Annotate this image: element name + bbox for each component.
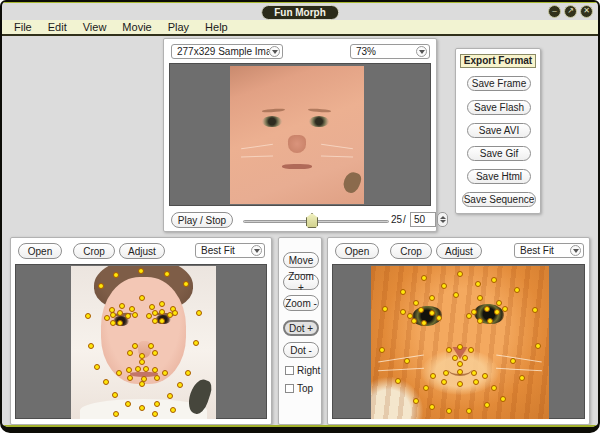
chevron-down-icon[interactable] (251, 245, 262, 256)
morph-point-dot[interactable] (110, 320, 116, 326)
menu-view[interactable]: View (75, 20, 115, 34)
morph-point-dot[interactable] (452, 355, 458, 361)
zoom-in-tool-button[interactable]: Zoom + (283, 274, 319, 290)
morph-point-dot[interactable] (139, 381, 145, 387)
morph-point-dot[interactable] (400, 309, 406, 315)
morph-point-dot[interactable] (138, 268, 144, 274)
menu-play[interactable]: Play (160, 20, 197, 34)
morph-point-dot[interactable] (443, 370, 449, 376)
menu-edit[interactable]: Edit (40, 20, 75, 34)
save-flash-button[interactable]: Save Flash (467, 100, 531, 115)
morph-point-dot[interactable] (411, 318, 417, 324)
morph-point-dot[interactable] (135, 366, 141, 372)
morph-point-dot[interactable] (116, 370, 122, 376)
morph-point-dot[interactable] (468, 347, 474, 353)
morph-point-dot[interactable] (477, 295, 483, 301)
dot-add-tool-button[interactable]: Dot + (283, 320, 319, 336)
morph-point-dot[interactable] (382, 306, 388, 312)
morph-point-dot[interactable] (484, 402, 490, 408)
source-canvas[interactable] (15, 264, 267, 419)
morph-point-dot[interactable] (132, 312, 138, 318)
morph-point-dot[interactable] (514, 287, 520, 293)
morph-point-dot[interactable] (167, 393, 173, 399)
morph-point-dot[interactable] (103, 379, 109, 385)
morph-preview-canvas[interactable] (169, 63, 431, 206)
morph-point-dot[interactable] (457, 361, 463, 367)
move-tool-button[interactable]: Move (283, 252, 319, 268)
morph-point-dot[interactable] (423, 385, 429, 391)
crop-button[interactable]: Crop (390, 243, 432, 259)
save-sequence-button[interactable]: Save Sequence (462, 192, 536, 207)
zoom-level-select[interactable]: 73% (350, 44, 430, 59)
morph-point-dot[interactable] (535, 343, 541, 349)
menu-help[interactable]: Help (197, 20, 236, 34)
crop-button[interactable]: Crop (73, 243, 115, 259)
save-frame-button[interactable]: Save Frame (467, 76, 531, 91)
sample-image-select[interactable]: 277x329 Sample Image1 (171, 44, 283, 59)
morph-point-dot[interactable] (491, 385, 497, 391)
morph-point-dot[interactable] (441, 283, 447, 289)
save-avi-button[interactable]: Save AVI (467, 123, 531, 138)
morph-point-dot[interactable] (177, 382, 183, 388)
morph-point-dot[interactable] (496, 300, 502, 306)
morph-point-dot[interactable] (117, 320, 123, 326)
morph-point-dot[interactable] (413, 300, 419, 306)
total-frames-stepper[interactable] (437, 212, 448, 227)
morph-point-dot[interactable] (119, 303, 125, 309)
morph-point-dot[interactable] (466, 408, 472, 414)
morph-point-dot[interactable] (500, 396, 506, 402)
morph-point-dot[interactable] (154, 375, 160, 381)
morph-point-dot[interactable] (112, 392, 118, 398)
morph-point-dot[interactable] (143, 366, 149, 372)
morph-point-dot[interactable] (193, 340, 199, 346)
morph-point-dot[interactable] (94, 364, 100, 370)
morph-point-dot[interactable] (154, 401, 160, 407)
morph-point-dot[interactable] (164, 271, 170, 277)
morph-point-dot[interactable] (453, 292, 459, 298)
morph-point-dot[interactable] (519, 375, 525, 381)
chevron-down-icon[interactable] (416, 46, 427, 57)
total-frames-input[interactable]: 50 (410, 212, 436, 227)
frame-slider-thumb[interactable] (306, 213, 318, 228)
morph-point-dot[interactable] (436, 315, 442, 321)
morph-point-dot[interactable] (532, 307, 538, 313)
girl-photo[interactable] (71, 266, 216, 419)
fit-select[interactable]: Best Fit (514, 243, 584, 258)
open-button[interactable]: Open (335, 243, 379, 259)
morph-point-dot[interactable] (129, 306, 135, 312)
chevron-down-icon[interactable] (570, 245, 581, 256)
adjust-button[interactable]: Adjust (436, 243, 482, 259)
top-checkbox[interactable] (285, 384, 294, 393)
morph-point-dot[interactable] (477, 318, 483, 324)
morph-point-dot[interactable] (457, 369, 463, 375)
morph-point-dot[interactable] (110, 312, 116, 318)
morph-point-dot[interactable] (429, 404, 435, 410)
morph-point-dot[interactable] (475, 281, 481, 287)
adjust-button[interactable]: Adjust (119, 243, 165, 259)
dot-remove-tool-button[interactable]: Dot - (283, 342, 319, 358)
morph-point-dot[interactable] (429, 295, 435, 301)
morph-point-dot[interactable] (196, 310, 202, 316)
right-checkbox[interactable] (285, 366, 294, 375)
save-gif-button[interactable]: Save Gif (467, 146, 531, 161)
morph-point-dot[interactable] (421, 275, 427, 281)
morph-point-dot[interactable] (88, 343, 94, 349)
morph-point-dot[interactable] (510, 358, 516, 364)
morph-point-dot[interactable] (148, 343, 154, 349)
open-button[interactable]: Open (18, 243, 62, 259)
morph-point-dot[interactable] (126, 367, 132, 373)
morph-point-dot[interactable] (457, 271, 463, 277)
morph-point-dot[interactable] (395, 378, 401, 384)
morph-point-dot[interactable] (132, 343, 138, 349)
morph-point-dot[interactable] (379, 347, 385, 353)
morph-point-dot[interactable] (457, 381, 463, 387)
minimize-icon[interactable]: – (548, 5, 561, 18)
morph-point-dot[interactable] (404, 358, 410, 364)
morph-point-dot[interactable] (85, 313, 91, 319)
save-html-button[interactable]: Save Html (467, 169, 531, 184)
morph-point-dot[interactable] (446, 408, 452, 414)
morph-point-dot[interactable] (183, 281, 189, 287)
morph-point-dot[interactable] (125, 401, 131, 407)
menu-file[interactable]: File (6, 20, 40, 34)
fit-select[interactable]: Best Fit (195, 243, 265, 258)
